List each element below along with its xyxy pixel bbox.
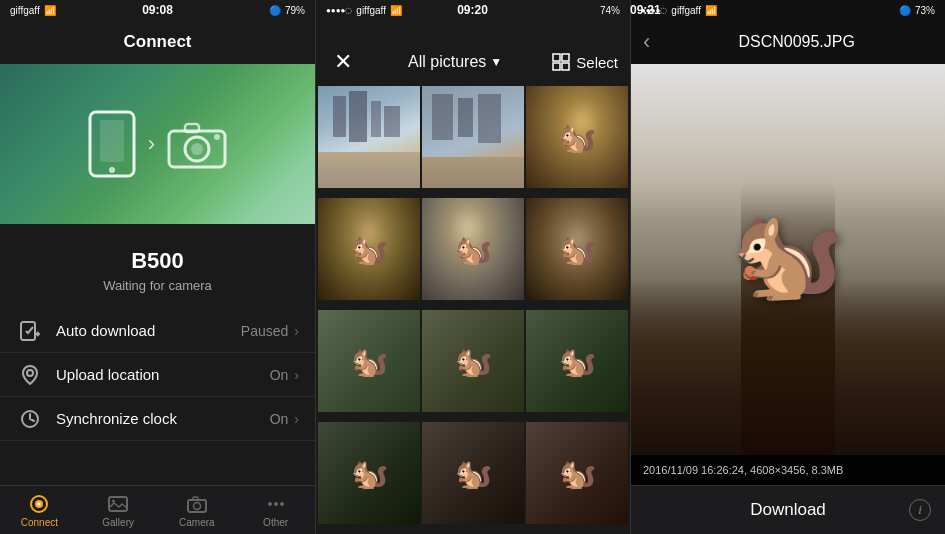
status-bar-3: ●●●●◌ giffgaff 📶 09:21 🔵 73% <box>631 0 945 20</box>
connect-title: Connect <box>124 32 192 52</box>
gallery-dropdown-arrow-icon: ▼ <box>490 55 502 69</box>
carrier-dots-2: ●●●●◌ <box>326 6 352 15</box>
tab-bar-1: Connect Gallery Camera Other <box>0 485 315 534</box>
other-tab-label: Other <box>263 517 288 528</box>
svg-point-5 <box>191 143 203 155</box>
hero-icons: › <box>0 64 315 224</box>
svg-point-21 <box>280 502 284 506</box>
status-left-2: ●●●●◌ giffgaff 📶 <box>326 5 402 16</box>
download-icon <box>16 317 44 345</box>
svg-point-20 <box>274 502 278 506</box>
gallery-panel: ●●●●◌ giffgaff 📶 09:20 74% ✕ All picture… <box>315 0 630 534</box>
auto-download-item[interactable]: Auto download Paused › <box>0 309 315 353</box>
hero-area: › <box>0 64 315 224</box>
svg-rect-23 <box>562 54 569 61</box>
battery-3: 73% <box>915 5 935 16</box>
photo-grid: 🐿️ 🐿️ 🐿️ 🐿️ 🐿️ 🐿️ <box>316 84 630 534</box>
auto-download-label: Auto download <box>56 322 241 339</box>
auto-download-value: Paused <box>241 323 288 339</box>
close-button[interactable]: ✕ <box>328 49 358 75</box>
bluetooth-icon-3: 🔵 <box>899 5 911 16</box>
download-button[interactable]: Download <box>750 500 826 520</box>
select-label: Select <box>576 54 618 71</box>
photo-cell-5[interactable]: 🐿️ <box>422 198 524 300</box>
upload-location-value: On <box>270 367 289 383</box>
svg-point-7 <box>214 134 220 140</box>
sync-clock-label: Synchronize clock <box>56 410 270 427</box>
detail-panel: ●●●●◌ giffgaff 📶 09:21 🔵 73% ‹ DSCN0095.… <box>630 0 945 534</box>
wifi-icon-2: 📶 <box>390 5 402 16</box>
upload-location-label: Upload location <box>56 366 270 383</box>
photo-cell-10[interactable]: 🐿️ <box>318 422 420 524</box>
info-icon: i <box>918 502 922 518</box>
svg-point-2 <box>109 167 115 173</box>
gallery-title-wrap[interactable]: All pictures ▼ <box>408 53 502 71</box>
svg-rect-1 <box>100 120 124 162</box>
photo-detail-view: 🐿️ <box>631 64 945 455</box>
status-bar-2: ●●●●◌ giffgaff 📶 09:20 74% <box>316 0 630 20</box>
svg-rect-6 <box>185 124 199 132</box>
svg-rect-25 <box>562 63 569 70</box>
other-tab-icon <box>265 493 287 515</box>
photo-cell-3[interactable]: 🐿️ <box>526 86 628 188</box>
svg-rect-14 <box>109 497 127 511</box>
settings-list: Auto download Paused › Upload location O… <box>0 309 315 485</box>
photo-cell-12[interactable]: 🐿️ <box>526 422 628 524</box>
connect-tab-icon <box>28 493 50 515</box>
photo-cell-6[interactable]: 🐿️ <box>526 198 628 300</box>
photo-cell-1[interactable] <box>318 86 420 188</box>
svg-rect-24 <box>553 63 560 70</box>
photo-metadata: 2016/11/09 16:26:24, 4608×3456, 8.3MB <box>643 464 933 476</box>
connect-panel: giffgaff 📶 09:08 🔵 79% Connect › <box>0 0 315 534</box>
status-right-3: 🔵 73% <box>899 5 935 16</box>
location-pin-icon <box>16 361 44 389</box>
svg-point-13 <box>38 502 41 505</box>
tab-camera[interactable]: Camera <box>172 493 222 528</box>
wifi-icon-3: 📶 <box>705 5 717 16</box>
carrier-2: giffgaff <box>356 5 386 16</box>
phone-icon <box>86 108 138 180</box>
sync-clock-item[interactable]: Synchronize clock On › <box>0 397 315 441</box>
status-bar-1: giffgaff 📶 09:08 🔵 79% <box>0 0 315 20</box>
device-info: B500 Waiting for camera <box>0 236 315 293</box>
tab-connect[interactable]: Connect <box>14 493 64 528</box>
auto-download-chevron-icon: › <box>294 323 299 339</box>
sync-clock-value: On <box>270 411 289 427</box>
connect-header: Connect <box>0 20 315 64</box>
battery-2: 74% <box>600 5 620 16</box>
gallery-header: ✕ All pictures ▼ Select <box>316 20 630 84</box>
bluetooth-icon-1: 🔵 <box>269 5 281 16</box>
upload-location-chevron-icon: › <box>294 367 299 383</box>
photo-cell-7[interactable]: 🐿️ <box>318 310 420 412</box>
back-button[interactable]: ‹ <box>643 29 650 55</box>
info-button[interactable]: i <box>909 499 931 521</box>
tab-gallery[interactable]: Gallery <box>93 493 143 528</box>
gallery-tab-label: Gallery <box>102 517 134 528</box>
select-button[interactable]: Select <box>552 53 618 71</box>
svg-point-17 <box>193 502 200 509</box>
clock-icon <box>16 405 44 433</box>
upload-location-item[interactable]: Upload location On › <box>0 353 315 397</box>
photo-cell-11[interactable]: 🐿️ <box>422 422 524 524</box>
tab-other[interactable]: Other <box>251 493 301 528</box>
photo-cell-4[interactable]: 🐿️ <box>318 198 420 300</box>
device-status: Waiting for camera <box>0 278 315 293</box>
connect-tab-label: Connect <box>21 517 58 528</box>
photo-cell-8[interactable]: 🐿️ <box>422 310 524 412</box>
detail-header: ‹ DSCN0095.JPG <box>631 20 945 64</box>
svg-point-9 <box>27 370 33 376</box>
sync-clock-chevron-icon: › <box>294 411 299 427</box>
status-right-1: 🔵 79% <box>269 5 305 16</box>
connect-arrow-icon: › <box>148 131 155 157</box>
detail-filename: DSCN0095.JPG <box>660 33 933 51</box>
photo-cell-2[interactable] <box>422 86 524 188</box>
time-2: 09:20 <box>457 3 488 17</box>
gallery-title: All pictures <box>408 53 486 71</box>
svg-point-15 <box>112 499 115 502</box>
download-bar: Download i <box>631 485 945 534</box>
svg-rect-18 <box>193 497 198 500</box>
time-1: 09:08 <box>142 3 173 17</box>
photo-cell-9[interactable]: 🐿️ <box>526 310 628 412</box>
svg-rect-8 <box>21 322 35 340</box>
camera-icon <box>165 117 229 171</box>
